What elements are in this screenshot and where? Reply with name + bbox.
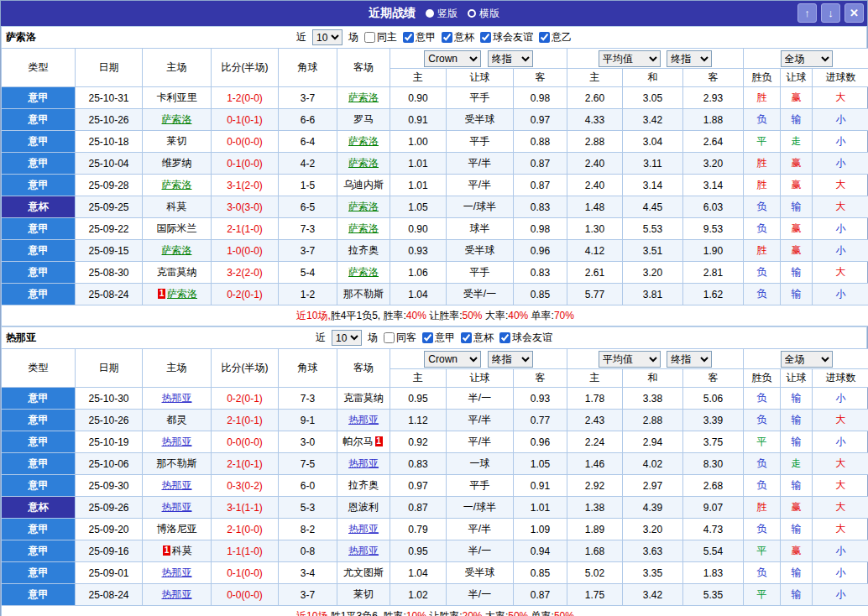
handicap-line: 平手 bbox=[447, 262, 514, 284]
handicap-result: 赢 bbox=[781, 497, 813, 519]
home-team[interactable]: 热那亚 bbox=[143, 431, 212, 453]
match-date: 25-10-26 bbox=[76, 109, 143, 131]
filter-checkbox-option[interactable]: 意乙 bbox=[539, 30, 572, 44]
team-name-text: 萨索洛 bbox=[348, 157, 379, 169]
match-date: 25-09-28 bbox=[76, 175, 143, 196]
away-odds: 1.01 bbox=[514, 497, 567, 519]
handicap-line: 平/半 bbox=[447, 153, 514, 175]
move-up-button[interactable]: ↑ bbox=[797, 3, 817, 23]
layout-radio-horizontal[interactable]: 横版 bbox=[468, 7, 499, 21]
filter-checkbox[interactable] bbox=[384, 332, 395, 343]
odds-source-select[interactable]: Crown bbox=[424, 351, 481, 368]
filter-checkbox-option[interactable]: 意杯 bbox=[461, 331, 494, 345]
match-result: 平 bbox=[744, 540, 781, 562]
home-team[interactable]: 热那亚 bbox=[143, 584, 212, 606]
home-team[interactable]: 萨索洛 bbox=[143, 175, 212, 196]
final-average-select[interactable]: 终指 bbox=[667, 351, 712, 368]
average-select[interactable]: 平均值 bbox=[599, 351, 661, 368]
match-filters: 近10场同主意甲意杯球会友谊意乙 bbox=[296, 29, 572, 45]
away-team[interactable]: 热那亚 bbox=[337, 519, 390, 540]
recent-count-select[interactable]: 10 bbox=[312, 29, 342, 45]
avg-draw-odds: 3.20 bbox=[623, 519, 683, 540]
away-team[interactable]: 萨索洛 bbox=[337, 218, 390, 240]
final-average-select[interactable]: 终指 bbox=[667, 50, 712, 67]
home-odds: 1.06 bbox=[390, 262, 447, 284]
average-select[interactable]: 平均值 bbox=[599, 50, 661, 67]
scope-select[interactable]: 全场 bbox=[781, 50, 833, 67]
handicap-line: 受半球 bbox=[447, 562, 514, 584]
filter-checkbox[interactable] bbox=[539, 32, 550, 43]
filter-checkbox[interactable] bbox=[442, 32, 452, 43]
avg-draw-odds: 3.38 bbox=[623, 388, 683, 410]
filter-checkbox-option[interactable]: 球会友谊 bbox=[480, 30, 533, 44]
recent-count-select[interactable]: 10 bbox=[332, 330, 362, 346]
home-team[interactable]: 萨索洛 bbox=[143, 240, 212, 262]
away-team[interactable]: 萨索洛 bbox=[337, 87, 390, 109]
home-team[interactable]: 萨索洛 bbox=[143, 109, 212, 131]
away-team[interactable]: 热那亚 bbox=[337, 453, 390, 475]
filter-checkbox-option[interactable]: 球会友谊 bbox=[499, 331, 552, 345]
league-badge: 意甲 bbox=[2, 388, 76, 410]
away-team: 拉齐奥 bbox=[337, 240, 390, 262]
home-team[interactable]: 热那亚 bbox=[143, 497, 212, 519]
red-card-icon: 1 bbox=[375, 436, 383, 446]
layout-radio-vertical[interactable]: 竖版 bbox=[426, 7, 458, 21]
col-header-type: 类型 bbox=[2, 49, 76, 87]
away-team[interactable]: 热那亚 bbox=[337, 410, 390, 431]
close-icon: ✕ bbox=[850, 7, 859, 19]
handicap-line: 一球 bbox=[447, 453, 514, 475]
away-team[interactable]: 萨索洛 bbox=[337, 153, 390, 175]
red-card-icon: 1 bbox=[163, 546, 170, 556]
match-score: 2-1(0-1) bbox=[212, 453, 279, 475]
match-date: 25-10-31 bbox=[76, 87, 143, 109]
corner-score: 7-5 bbox=[279, 453, 337, 475]
move-down-button[interactable]: ↓ bbox=[821, 3, 840, 23]
handicap-result: 输 bbox=[781, 388, 813, 410]
home-team[interactable]: 1萨索洛 bbox=[143, 284, 212, 305]
avg-away-odds: 3.20 bbox=[683, 153, 744, 175]
filter-checkbox[interactable] bbox=[403, 32, 414, 43]
league-badge: 意甲 bbox=[2, 87, 76, 109]
filter-checkbox[interactable] bbox=[364, 32, 375, 43]
filter-checkbox[interactable] bbox=[499, 332, 510, 343]
sub-col-header: 主 bbox=[567, 369, 623, 388]
away-team[interactable]: 热那亚 bbox=[337, 540, 390, 562]
avg-away-odds: 1.62 bbox=[683, 284, 744, 305]
summary-segment: 70% bbox=[554, 310, 574, 321]
filter-checkbox[interactable] bbox=[422, 332, 433, 343]
odds-source-select[interactable]: Crown bbox=[424, 50, 481, 67]
filter-checkbox[interactable] bbox=[480, 32, 491, 43]
summary-line: 近10场,胜1平3负6, 胜率:10% 让胜率:20% 大率:50% 单率:50… bbox=[2, 606, 868, 616]
away-team[interactable]: 萨索洛 bbox=[337, 131, 390, 153]
final-odds-select[interactable]: 终指 bbox=[488, 50, 533, 67]
away-team: 克雷莫纳 bbox=[337, 388, 390, 410]
close-button[interactable]: ✕ bbox=[844, 3, 864, 23]
match-row: 意甲25-08-241萨索洛0-2(0-1)1-2那不勒斯1.04受半/一0.8… bbox=[2, 284, 868, 305]
home-team[interactable]: 热那亚 bbox=[143, 562, 212, 584]
away-team[interactable]: 萨索洛 bbox=[337, 196, 390, 218]
avg-draw-odds: 3.20 bbox=[623, 262, 683, 284]
filter-checkbox-option[interactable]: 同主 bbox=[364, 30, 397, 44]
avg-away-odds: 3.75 bbox=[683, 431, 744, 453]
handicap-line: 一/球半 bbox=[447, 196, 514, 218]
filter-checkbox-option[interactable]: 意杯 bbox=[442, 30, 474, 44]
filter-checkbox-label: 球会友谊 bbox=[512, 331, 552, 345]
away-odds: 0.97 bbox=[514, 109, 567, 131]
sub-col-header: 让球 bbox=[447, 69, 514, 87]
away-team[interactable]: 萨索洛 bbox=[337, 262, 390, 284]
home-team[interactable]: 热那亚 bbox=[143, 388, 212, 410]
recent-suffix-label: 场 bbox=[348, 30, 358, 44]
final-odds-select[interactable]: 终指 bbox=[488, 351, 533, 368]
scope-select[interactable]: 全场 bbox=[781, 351, 833, 368]
home-team[interactable]: 热那亚 bbox=[143, 475, 212, 497]
filter-checkbox[interactable] bbox=[461, 332, 472, 343]
team-name-text: 维罗纳 bbox=[162, 157, 192, 169]
filter-checkbox-option[interactable]: 意甲 bbox=[422, 331, 455, 345]
panel-title: 近期战绩 bbox=[369, 6, 416, 21]
corner-score: 9-1 bbox=[279, 410, 337, 431]
match-result: 胜 bbox=[744, 87, 781, 109]
match-date: 25-10-04 bbox=[76, 153, 143, 175]
filter-checkbox-option[interactable]: 意甲 bbox=[403, 30, 436, 44]
filter-checkbox-option[interactable]: 同客 bbox=[384, 331, 416, 345]
home-odds: 0.79 bbox=[390, 519, 447, 540]
